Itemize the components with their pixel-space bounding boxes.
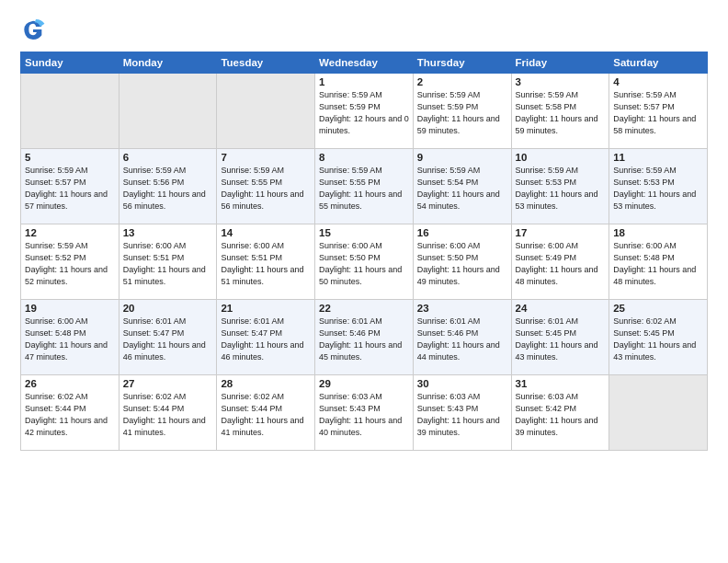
day-number: 11 — [613, 152, 703, 163]
day-number: 14 — [221, 227, 311, 238]
calendar-cell: 27Sunrise: 6:02 AMSunset: 5:44 PMDayligh… — [119, 375, 217, 451]
cell-info: Sunrise: 5:59 AMSunset: 5:57 PMDaylight:… — [613, 89, 703, 137]
day-number: 27 — [123, 378, 213, 389]
day-number: 17 — [516, 227, 606, 238]
day-number: 26 — [25, 378, 115, 389]
day-number: 20 — [123, 303, 213, 314]
cell-info: Sunrise: 5:59 AMSunset: 5:59 PMDaylight:… — [417, 89, 507, 137]
cell-info: Sunrise: 6:00 AMSunset: 5:50 PMDaylight:… — [417, 240, 507, 288]
day-number: 21 — [221, 303, 311, 314]
cell-info: Sunrise: 6:03 AMSunset: 5:43 PMDaylight:… — [319, 391, 409, 439]
page: SundayMondayTuesdayWednesdayThursdayFrid… — [0, 0, 728, 563]
day-number: 22 — [319, 303, 409, 314]
header-tuesday: Tuesday — [217, 52, 315, 74]
calendar-cell: 29Sunrise: 6:03 AMSunset: 5:43 PMDayligh… — [315, 375, 414, 451]
cell-info: Sunrise: 5:59 AMSunset: 5:59 PMDaylight:… — [319, 89, 409, 137]
cell-info: Sunrise: 5:59 AMSunset: 5:58 PMDaylight:… — [516, 89, 606, 137]
day-number: 15 — [319, 227, 409, 238]
calendar-cell: 23Sunrise: 6:01 AMSunset: 5:46 PMDayligh… — [413, 300, 511, 375]
calendar-cell: 7Sunrise: 5:59 AMSunset: 5:55 PMDaylight… — [217, 149, 315, 224]
cell-info: Sunrise: 6:03 AMSunset: 5:42 PMDaylight:… — [516, 391, 606, 439]
general-blue-logo-icon — [20, 17, 46, 42]
calendar-table: SundayMondayTuesdayWednesdayThursdayFrid… — [20, 52, 708, 451]
header-sunday: Sunday — [21, 52, 119, 74]
day-number: 10 — [516, 152, 606, 163]
day-number: 8 — [319, 152, 409, 163]
day-number: 19 — [25, 303, 115, 314]
day-number: 31 — [516, 378, 606, 389]
day-number: 4 — [613, 76, 703, 87]
calendar-cell: 4Sunrise: 5:59 AMSunset: 5:57 PMDaylight… — [609, 74, 708, 149]
calendar-cell: 22Sunrise: 6:01 AMSunset: 5:46 PMDayligh… — [315, 300, 414, 375]
calendar-cell: 16Sunrise: 6:00 AMSunset: 5:50 PMDayligh… — [413, 224, 511, 300]
day-number: 13 — [123, 227, 213, 238]
calendar-cell: 24Sunrise: 6:01 AMSunset: 5:45 PMDayligh… — [511, 300, 609, 375]
header — [20, 17, 708, 42]
cell-info: Sunrise: 6:01 AMSunset: 5:46 PMDaylight:… — [417, 316, 507, 363]
calendar-cell: 1Sunrise: 5:59 AMSunset: 5:59 PMDaylight… — [315, 74, 414, 149]
cell-info: Sunrise: 6:01 AMSunset: 5:47 PMDaylight:… — [221, 316, 311, 363]
calendar-cell: 17Sunrise: 6:00 AMSunset: 5:49 PMDayligh… — [511, 224, 609, 300]
calendar-cell — [21, 74, 119, 149]
day-number: 29 — [319, 378, 409, 389]
logo — [20, 17, 50, 42]
day-number: 1 — [319, 76, 409, 87]
cell-info: Sunrise: 6:00 AMSunset: 5:51 PMDaylight:… — [221, 240, 311, 288]
day-number: 28 — [221, 378, 311, 389]
calendar-cell: 20Sunrise: 6:01 AMSunset: 5:47 PMDayligh… — [119, 300, 217, 375]
day-number: 23 — [417, 303, 507, 314]
calendar-cell: 12Sunrise: 5:59 AMSunset: 5:52 PMDayligh… — [21, 224, 119, 300]
header-monday: Monday — [119, 52, 217, 74]
week-row-3: 12Sunrise: 5:59 AMSunset: 5:52 PMDayligh… — [21, 224, 708, 300]
day-number: 30 — [417, 378, 507, 389]
calendar-cell: 10Sunrise: 5:59 AMSunset: 5:53 PMDayligh… — [511, 149, 609, 224]
header-saturday: Saturday — [609, 52, 708, 74]
cell-info: Sunrise: 5:59 AMSunset: 5:53 PMDaylight:… — [613, 165, 703, 213]
calendar-cell: 26Sunrise: 6:02 AMSunset: 5:44 PMDayligh… — [21, 375, 119, 451]
cell-info: Sunrise: 6:00 AMSunset: 5:49 PMDaylight:… — [516, 240, 606, 288]
cell-info: Sunrise: 5:59 AMSunset: 5:52 PMDaylight:… — [25, 240, 115, 288]
cell-info: Sunrise: 5:59 AMSunset: 5:56 PMDaylight:… — [123, 165, 213, 213]
header-thursday: Thursday — [413, 52, 511, 74]
calendar-header-row: SundayMondayTuesdayWednesdayThursdayFrid… — [21, 52, 708, 74]
calendar-cell: 6Sunrise: 5:59 AMSunset: 5:56 PMDaylight… — [119, 149, 217, 224]
cell-info: Sunrise: 5:59 AMSunset: 5:55 PMDaylight:… — [221, 165, 311, 213]
calendar-cell: 31Sunrise: 6:03 AMSunset: 5:42 PMDayligh… — [511, 375, 609, 451]
calendar-cell: 2Sunrise: 5:59 AMSunset: 5:59 PMDaylight… — [413, 74, 511, 149]
week-row-2: 5Sunrise: 5:59 AMSunset: 5:57 PMDaylight… — [21, 149, 708, 224]
cell-info: Sunrise: 6:02 AMSunset: 5:44 PMDaylight:… — [123, 391, 213, 439]
calendar-cell: 8Sunrise: 5:59 AMSunset: 5:55 PMDaylight… — [315, 149, 414, 224]
day-number: 2 — [417, 76, 507, 87]
cell-info: Sunrise: 6:00 AMSunset: 5:48 PMDaylight:… — [613, 240, 703, 288]
calendar-cell: 3Sunrise: 5:59 AMSunset: 5:58 PMDaylight… — [511, 74, 609, 149]
calendar-cell: 25Sunrise: 6:02 AMSunset: 5:45 PMDayligh… — [609, 300, 708, 375]
day-number: 12 — [25, 227, 115, 238]
week-row-5: 26Sunrise: 6:02 AMSunset: 5:44 PMDayligh… — [21, 375, 708, 451]
week-row-1: 1Sunrise: 5:59 AMSunset: 5:59 PMDaylight… — [21, 74, 708, 149]
cell-info: Sunrise: 6:03 AMSunset: 5:43 PMDaylight:… — [417, 391, 507, 439]
calendar-cell: 11Sunrise: 5:59 AMSunset: 5:53 PMDayligh… — [609, 149, 708, 224]
cell-info: Sunrise: 6:00 AMSunset: 5:51 PMDaylight:… — [123, 240, 213, 288]
cell-info: Sunrise: 5:59 AMSunset: 5:54 PMDaylight:… — [417, 165, 507, 213]
cell-info: Sunrise: 6:00 AMSunset: 5:48 PMDaylight:… — [25, 316, 115, 363]
calendar-cell: 21Sunrise: 6:01 AMSunset: 5:47 PMDayligh… — [217, 300, 315, 375]
day-number: 6 — [123, 152, 213, 163]
cell-info: Sunrise: 6:00 AMSunset: 5:50 PMDaylight:… — [319, 240, 409, 288]
header-friday: Friday — [511, 52, 609, 74]
day-number: 3 — [516, 76, 606, 87]
cell-info: Sunrise: 6:02 AMSunset: 5:44 PMDaylight:… — [25, 391, 115, 439]
calendar-cell: 15Sunrise: 6:00 AMSunset: 5:50 PMDayligh… — [315, 224, 414, 300]
cell-info: Sunrise: 6:01 AMSunset: 5:45 PMDaylight:… — [516, 316, 606, 363]
day-number: 9 — [417, 152, 507, 163]
cell-info: Sunrise: 6:02 AMSunset: 5:45 PMDaylight:… — [613, 316, 703, 363]
cell-info: Sunrise: 6:01 AMSunset: 5:47 PMDaylight:… — [123, 316, 213, 363]
cell-info: Sunrise: 5:59 AMSunset: 5:57 PMDaylight:… — [25, 165, 115, 213]
header-wednesday: Wednesday — [315, 52, 414, 74]
day-number: 16 — [417, 227, 507, 238]
calendar-cell: 30Sunrise: 6:03 AMSunset: 5:43 PMDayligh… — [413, 375, 511, 451]
day-number: 24 — [516, 303, 606, 314]
cell-info: Sunrise: 6:02 AMSunset: 5:44 PMDaylight:… — [221, 391, 311, 439]
calendar-cell: 5Sunrise: 5:59 AMSunset: 5:57 PMDaylight… — [21, 149, 119, 224]
cell-info: Sunrise: 5:59 AMSunset: 5:55 PMDaylight:… — [319, 165, 409, 213]
cell-info: Sunrise: 6:01 AMSunset: 5:46 PMDaylight:… — [319, 316, 409, 363]
